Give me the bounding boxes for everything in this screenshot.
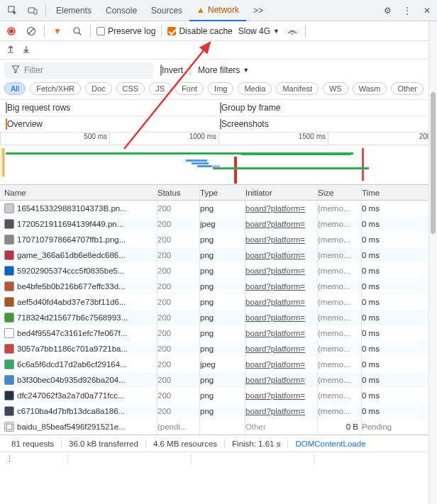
filter-input[interactable]: Filter [4, 62, 153, 79]
size-cell: (memo... [318, 357, 362, 372]
type-cell: png [200, 294, 245, 310]
type-cell: png [200, 341, 245, 357]
device-toggle-icon[interactable] [26, 4, 40, 18]
record-icon[interactable] [4, 24, 18, 38]
close-panel-icon[interactable]: ✕ [420, 4, 434, 18]
status-bar: 81 requests 36.0 kB transferred 4.6 MB r… [0, 435, 437, 452]
table-header[interactable]: Name Status Type Initiator Size Time [0, 185, 437, 201]
vertical-scrollbar[interactable] [428, 21, 437, 504]
chip-media[interactable]: Media [238, 82, 272, 95]
file-type-icon [4, 344, 14, 354]
initiator-cell[interactable]: board?platform= [245, 310, 318, 325]
time-cell: 0 ms [362, 263, 437, 279]
chip-fetch-xhr[interactable]: Fetch/XHR [30, 82, 81, 95]
initiator-cell[interactable]: board?platform= [245, 341, 318, 357]
screenshots-checkbox[interactable]: Screenshots [220, 119, 269, 129]
inspect-icon[interactable] [6, 4, 20, 18]
initiator-cell[interactable]: board?platform= [245, 403, 318, 419]
initiator-cell[interactable]: board?platform= [245, 357, 318, 372]
initiator-cell[interactable]: board?platform= [245, 294, 318, 310]
network-toolbar-2 [0, 41, 437, 60]
table-row[interactable]: 59202905374ccc5f0835be5...200pngboard?pl… [0, 263, 437, 279]
tab-elements[interactable]: Elements [49, 1, 99, 20]
chip-manifest[interactable]: Manifest [276, 82, 319, 95]
options-row-1: Big request rows Group by frame [0, 100, 437, 116]
table-row[interactable]: 1654153329883104373B.pn...200pngboard?pl… [0, 201, 437, 216]
col-header-size: Size [318, 185, 362, 200]
tab-network[interactable]: ▲Network [189, 0, 246, 21]
table-row[interactable]: c6710ba4d7bfb13dca8a186...200pngboard?pl… [0, 403, 437, 419]
chip-all[interactable]: All [4, 82, 26, 95]
network-conditions-icon[interactable] [285, 24, 299, 38]
time-cell: 0 ms [362, 216, 437, 232]
initiator-cell[interactable]: board?platform= [245, 263, 318, 279]
throttling-select[interactable]: Slow 4G▼ [238, 26, 280, 36]
search-icon[interactable] [70, 24, 84, 38]
chip-js[interactable]: JS [149, 82, 171, 95]
file-name: 718324d215677b6c7568993... [17, 313, 128, 322]
table-row[interactable]: game_366a61db6e8edc686...200pngboard?pla… [0, 247, 437, 263]
col-header-time: Time [362, 185, 437, 200]
upload-har-icon[interactable] [6, 44, 16, 56]
clear-icon[interactable] [24, 24, 38, 38]
type-cell: jpeg [200, 357, 245, 372]
file-name: 6c6a5f6dcd17d2ab6cf29164... [17, 360, 127, 369]
gear-icon[interactable]: ⚙ [380, 4, 394, 18]
console-drawer-tabs[interactable]: ⋮ [0, 452, 437, 466]
status-cell: 200 [157, 341, 200, 357]
table-row[interactable]: 1707107978664707ffb1.png...200pngboard?p… [0, 232, 437, 247]
tabs-overflow[interactable]: >> [246, 1, 270, 20]
chip-css[interactable]: CSS [116, 82, 145, 95]
table-row[interactable]: 3057a7bb1186c701a9721ba...200pngboard?pl… [0, 341, 437, 357]
table-row[interactable]: aef5d40fd4abd37e73bf11d6...200pngboard?p… [0, 294, 437, 310]
filter-toggle-icon[interactable]: ▼ [50, 24, 65, 38]
size-cell: 0 B [318, 419, 362, 435]
chip-ws[interactable]: WS [323, 82, 348, 95]
big-request-rows-checkbox[interactable]: Big request rows [6, 103, 70, 113]
download-har-icon[interactable] [21, 44, 31, 56]
table-row[interactable]: 718324d215677b6c7568993...200pngboard?pl… [0, 310, 437, 325]
invert-checkbox[interactable]: Invert [160, 65, 183, 75]
initiator-cell[interactable]: board?platform= [245, 232, 318, 247]
chip-doc[interactable]: Doc [85, 82, 112, 95]
table-row[interactable]: dfc247062f3a2a7d0a771fcc...200pngboard?p… [0, 388, 437, 403]
initiator-cell[interactable]: Other [245, 419, 318, 435]
table-row[interactable]: baidu_85beaf5496f291521e...(pendi...Othe… [0, 419, 437, 435]
size-cell: (memo... [318, 388, 362, 403]
table-row[interactable]: 1720521911694139f449.pn...200jpegboard?p… [0, 216, 437, 232]
initiator-cell[interactable]: board?platform= [245, 325, 318, 341]
more-filters-button[interactable]: More filters▼ [198, 65, 249, 75]
size-cell: (memo... [318, 263, 362, 279]
initiator-cell[interactable]: board?platform= [245, 388, 318, 403]
chevron-down-icon: ▼ [273, 28, 280, 35]
initiator-cell[interactable]: board?platform= [245, 279, 318, 294]
summary-resources: 4.6 MB resources [146, 439, 225, 448]
tab-sources[interactable]: Sources [144, 1, 189, 20]
requests-table: Name Status Type Initiator Size Time 165… [0, 185, 437, 435]
preserve-log-checkbox[interactable]: Preserve log [96, 26, 155, 36]
initiator-cell[interactable]: board?platform= [245, 201, 318, 216]
initiator-cell[interactable]: board?platform= [245, 247, 318, 263]
table-row[interactable]: bed4f95547c3161efc7fe067f...200pngboard?… [0, 325, 437, 341]
type-cell: png [200, 372, 245, 388]
time-cell: 0 ms [362, 388, 437, 403]
kebab-icon[interactable]: ⋮ [400, 4, 414, 18]
disable-cache-checkbox[interactable]: Disable cache [167, 26, 232, 36]
devtools-tabbar: Elements Console Sources ▲Network >> ⚙ ⋮… [0, 0, 437, 21]
chip-font[interactable]: Font [175, 82, 204, 95]
network-overview[interactable]: 500 ms 1000 ms 1500 ms 2000 [0, 133, 437, 185]
overview-checkbox[interactable]: Overview [6, 119, 43, 129]
tab-console[interactable]: Console [99, 1, 144, 20]
initiator-cell[interactable]: board?platform= [245, 372, 318, 388]
chip-wasm[interactable]: Wasm [353, 82, 387, 95]
file-name: game_366a61db6e8edc686... [17, 251, 126, 259]
file-type-icon [4, 328, 14, 338]
svg-line-6 [28, 28, 34, 34]
group-by-frame-checkbox[interactable]: Group by frame [220, 103, 280, 113]
table-row[interactable]: 6c6a5f6dcd17d2ab6cf29164...200jpegboard?… [0, 357, 437, 372]
table-row[interactable]: be4bfe5b0b216b677effc33d...200pngboard?p… [0, 279, 437, 294]
chip-img[interactable]: Img [208, 82, 233, 95]
initiator-cell[interactable]: board?platform= [245, 216, 318, 232]
table-row[interactable]: b3f30bec04b935d926ba204...200pngboard?pl… [0, 372, 437, 388]
chip-other[interactable]: Other [391, 82, 424, 95]
